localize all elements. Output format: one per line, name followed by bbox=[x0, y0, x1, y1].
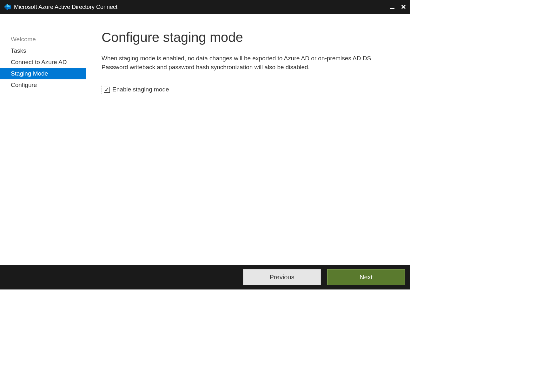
sidebar-item-label: Welcome bbox=[11, 36, 36, 43]
previous-button[interactable]: Previous bbox=[243, 269, 321, 285]
body-area: Welcome Tasks Connect to Azure AD Stagin… bbox=[0, 14, 410, 265]
footer: Previous Next bbox=[0, 265, 410, 289]
sidebar: Welcome Tasks Connect to Azure AD Stagin… bbox=[0, 14, 86, 265]
window-title: Microsoft Azure Active Directory Connect bbox=[14, 4, 390, 10]
page-description: When staging mode is enabled, no data ch… bbox=[102, 54, 374, 71]
checkbox-box-icon: ✓ bbox=[104, 87, 110, 93]
azure-logo-icon bbox=[4, 3, 11, 10]
checkmark-icon: ✓ bbox=[105, 87, 109, 92]
sidebar-item-configure[interactable]: Configure bbox=[0, 79, 86, 91]
next-button[interactable]: Next bbox=[327, 269, 405, 285]
enable-staging-mode-checkbox[interactable]: ✓ Enable staging mode bbox=[102, 85, 371, 94]
close-icon[interactable]: ✕ bbox=[401, 4, 406, 10]
minimize-icon[interactable] bbox=[390, 8, 394, 9]
page-title: Configure staging mode bbox=[102, 30, 395, 45]
checkbox-label: Enable staging mode bbox=[112, 86, 169, 93]
svg-marker-4 bbox=[4, 7, 7, 10]
sidebar-item-label: Configure bbox=[11, 82, 37, 88]
sidebar-item-label: Staging Mode bbox=[11, 70, 48, 77]
window-controls: ✕ bbox=[390, 4, 406, 10]
sidebar-item-staging-mode[interactable]: Staging Mode bbox=[0, 68, 86, 79]
sidebar-item-connect-azure-ad[interactable]: Connect to Azure AD bbox=[0, 56, 86, 68]
sidebar-item-tasks[interactable]: Tasks bbox=[0, 45, 86, 56]
svg-marker-6 bbox=[4, 4, 7, 7]
sidebar-item-label: Tasks bbox=[11, 47, 26, 54]
sidebar-item-label: Connect to Azure AD bbox=[11, 59, 67, 65]
sidebar-item-welcome[interactable]: Welcome bbox=[0, 34, 86, 45]
titlebar: Microsoft Azure Active Directory Connect… bbox=[0, 0, 410, 14]
main-content: Configure staging mode When staging mode… bbox=[86, 14, 410, 265]
